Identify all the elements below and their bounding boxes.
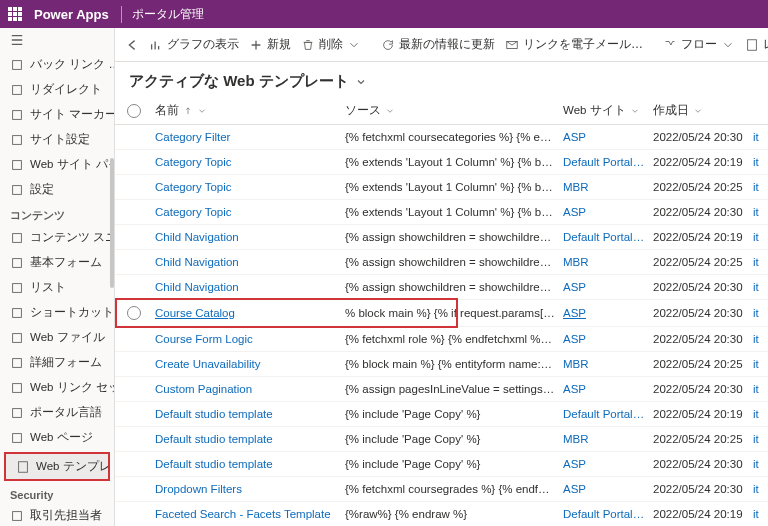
cell-website[interactable]: Default Portal T… [563,231,653,243]
cell-name[interactable]: Custom Pagination [155,383,345,395]
col-source[interactable]: ソース [345,103,563,118]
new-button[interactable]: 新規 [249,36,291,53]
table-row[interactable]: Default studio template{% include 'Page … [115,427,768,452]
cell-website[interactable]: ASP [563,131,653,143]
flow-button[interactable]: フロー [663,36,735,53]
sidebar-item[interactable]: 取引先担当者 [0,503,114,526]
table-row[interactable]: Faceted Search - Facets Template{%raw%} … [115,502,768,526]
cell-website[interactable]: ASP [563,483,653,495]
col-created[interactable]: 作成日 [653,103,753,118]
cell-website[interactable]: ASP [563,307,653,319]
cell-name[interactable]: Default studio template [155,408,345,420]
cell-website[interactable]: ASP [563,281,653,293]
sidebar-scrollbar[interactable] [110,28,114,526]
col-name[interactable]: 名前 [155,103,345,118]
table-row[interactable]: Child Navigation{% assign showchildren =… [115,250,768,275]
cell-created: 2022/05/24 20:19 [653,408,753,420]
cell-created: 2022/05/24 20:30 [653,383,753,395]
cell-website[interactable]: MBR [563,256,653,268]
table-row[interactable]: Category Topic{% extends 'Layout 1 Colum… [115,200,768,225]
cell-created: 2022/05/24 20:25 [653,256,753,268]
cell-name[interactable]: Course Catalog [155,307,345,319]
sidebar-item[interactable]: バック リンク … [0,52,114,77]
table-row[interactable]: Category Topic{% extends 'Layout 1 Colum… [115,150,768,175]
table-row[interactable]: Category Filter{% fetchxml coursecategor… [115,125,768,150]
delete-button[interactable]: 削除 [301,36,361,53]
cell-name[interactable]: Default studio template [155,433,345,445]
cell-name[interactable]: Faceted Search - Facets Template [155,508,345,520]
email-link-button[interactable]: リンクを電子メール… [505,36,643,53]
cell-website[interactable]: ASP [563,383,653,395]
cell-modified-indicator: it [753,231,768,243]
cell-source: {% block main %} {% entityform name: 'C1… [345,358,563,370]
table-row[interactable]: Child Navigation{% assign showchildren =… [115,225,768,250]
cell-name[interactable]: Child Navigation [155,256,345,268]
sidebar-item[interactable]: Web リンク セット [0,375,114,400]
cell-name[interactable]: Course Form Logic [155,333,345,345]
select-all[interactable] [121,104,155,118]
cell-name[interactable]: Category Filter [155,131,345,143]
sidebar-item[interactable]: Web サイト パイ… [0,152,114,177]
table-row[interactable]: Child Navigation{% assign showchildren =… [115,275,768,300]
cell-name[interactable]: Create Unavailability [155,358,345,370]
cell-website[interactable]: Default Portal T… [563,156,653,168]
sidebar-item[interactable]: ショートカット [0,300,114,325]
sidebar-item[interactable]: 設定 [0,177,114,202]
cell-source: {% include 'Page Copy' %} [345,408,563,420]
sidebar-item-label: バック リンク … [30,57,114,72]
sidebar-item-label: コンテンツ スニ… [30,230,114,245]
cell-website[interactable]: ASP [563,333,653,345]
refresh-button[interactable]: 最新の情報に更新 [381,36,495,53]
cell-name[interactable]: Dropdown Filters [155,483,345,495]
svg-rect-12 [13,383,22,392]
table-row[interactable]: Default studio template{% include 'Page … [115,402,768,427]
view-title[interactable]: アクティブな Web テンプレート [115,62,768,97]
sidebar-collapse[interactable] [0,28,114,52]
sidebar-item[interactable]: Web ファイル [0,325,114,350]
sidebar-item[interactable]: Web ページ [0,425,114,450]
cell-name[interactable]: Category Topic [155,206,345,218]
sidebar-item[interactable]: リスト [0,275,114,300]
sidebar-item-label: リスト [30,280,66,295]
sidebar-item-label: Web ページ [30,430,93,445]
run-report-button[interactable]: レポートの実行 [745,36,768,53]
sidebar-item[interactable]: コンテンツ スニ… [0,225,114,250]
cell-website[interactable]: MBR [563,181,653,193]
cell-name[interactable]: Child Navigation [155,231,345,243]
cell-source: {% extends 'Layout 1 Column' %} {% block… [345,181,563,193]
sidebar-item[interactable]: リダイレクト [0,77,114,102]
table-row[interactable]: Create Unavailability{% block main %} {%… [115,352,768,377]
cell-name[interactable]: Category Topic [155,156,345,168]
cell-website[interactable]: ASP [563,458,653,470]
sidebar-item[interactable]: サイト設定 [0,127,114,152]
table-row[interactable]: Dropdown Filters{% fetchxml coursegrades… [115,477,768,502]
table-row[interactable]: Default studio template{% include 'Page … [115,452,768,477]
cell-name[interactable]: Category Topic [155,181,345,193]
back-button[interactable] [125,38,139,52]
cell-website[interactable]: Default Portal T… [563,408,653,420]
table-row[interactable]: Course Form Logic{% fetchxml role %} {% … [115,327,768,352]
sidebar-item-label: 設定 [30,182,54,197]
cell-website[interactable]: MBR [563,358,653,370]
sidebar-item[interactable]: サイト マーカー [0,102,114,127]
show-chart-button[interactable]: グラフの表示 [149,36,239,53]
cell-website[interactable]: ASP [563,206,653,218]
cell-source: {% assign showchildren = showchildren | … [345,281,563,293]
cell-modified-indicator: it [753,281,768,293]
cell-created: 2022/05/24 20:25 [653,433,753,445]
table-row[interactable]: Course Catalog% block main %} {% if requ… [115,300,768,327]
row-radio[interactable] [127,306,141,320]
cell-website[interactable]: MBR [563,433,653,445]
sidebar-item[interactable]: ポータル言語 [0,400,114,425]
cell-website[interactable]: Default Portal T… [563,508,653,520]
waffle-icon[interactable] [8,7,22,21]
table-row[interactable]: Custom Pagination{% assign pagesInLineVa… [115,377,768,402]
col-website[interactable]: Web サイト [563,103,653,118]
sidebar-group-security: Security [0,483,114,503]
table-row[interactable]: Category Topic{% extends 'Layout 1 Colum… [115,175,768,200]
sidebar-item-web-template[interactable]: Web テンプレート [6,454,108,479]
sidebar-item[interactable]: 詳細フォーム [0,350,114,375]
cell-name[interactable]: Child Navigation [155,281,345,293]
sidebar-item[interactable]: 基本フォーム [0,250,114,275]
cell-name[interactable]: Default studio template [155,458,345,470]
